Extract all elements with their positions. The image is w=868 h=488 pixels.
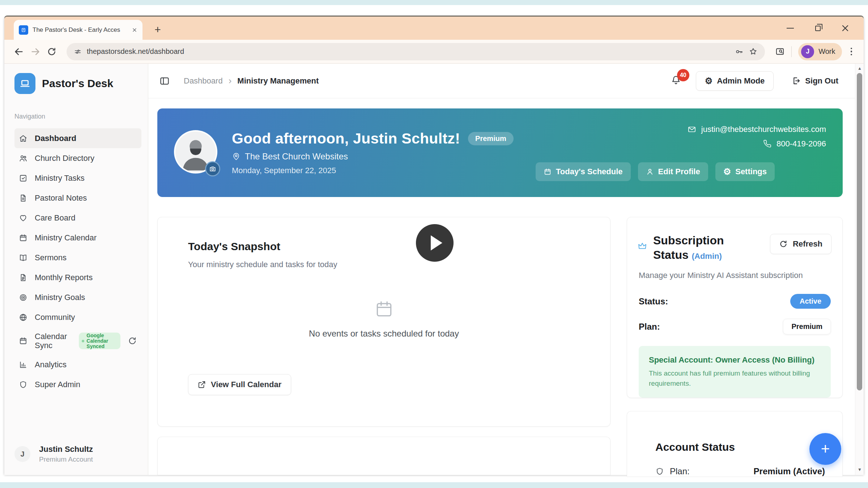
new-tab-button[interactable]: + [150, 22, 165, 37]
sidebar: Pastor's Desk Navigation Dashboard Churc… [4, 64, 148, 475]
sidebar-item-pastoral-notes[interactable]: Pastoral Notes [14, 188, 141, 208]
sidebar-item-label: Sermons [35, 253, 67, 262]
sidebar-item-care-board[interactable]: Care Board [14, 208, 141, 228]
check-square-icon [19, 174, 27, 183]
settings-label: Settings [735, 167, 767, 176]
todays-schedule-button[interactable]: Today's Schedule [536, 162, 631, 181]
user-email: justin@thebestchurchwebsites.com [701, 125, 826, 134]
right-column: Subscription Status (Admin) Refresh Mana… [627, 217, 843, 475]
notifications-button[interactable]: 40 [671, 75, 683, 87]
close-button[interactable] [840, 23, 851, 34]
gear-icon: ⚙ [723, 167, 731, 176]
sidebar-toggle-icon[interactable] [159, 76, 170, 86]
account-plan-label: Plan: [670, 466, 690, 476]
sidebar-item-community[interactable]: Community [14, 307, 141, 327]
sidebar-user[interactable]: J Justin Schultz Premium Account [14, 445, 141, 466]
sync-refresh-icon[interactable] [128, 336, 137, 346]
greeting-title: Good afternoon, Justin Schultz! [232, 130, 460, 147]
search-panel-icon[interactable] [775, 47, 785, 56]
minimize-button[interactable] [785, 23, 796, 34]
sidebar-item-label: Pastoral Notes [35, 193, 87, 203]
account-plan-row: Plan: Premium (Active) [655, 466, 826, 476]
next-section-card [157, 437, 610, 475]
view-full-calendar-button[interactable]: View Full Calendar [188, 374, 291, 395]
sidebar-item-monthly-reports[interactable]: Monthly Reports [14, 267, 141, 287]
window-controls [785, 21, 851, 35]
sidebar-item-ministry-tasks[interactable]: Ministry Tasks [14, 168, 141, 188]
maximize-button[interactable] [812, 23, 823, 34]
calendar-synced-badge: Google Calendar Synced [79, 333, 120, 349]
browser-profile-button[interactable]: J Work [798, 43, 842, 60]
dashboard-content: Good afternoon, Justin Schultz! Premium … [148, 98, 855, 475]
notice-body: This account has full premium features w… [649, 368, 821, 388]
heart-icon [19, 214, 27, 222]
video-play-button[interactable] [416, 224, 454, 262]
profile-photo-wrap[interactable] [174, 130, 220, 176]
todays-schedule-label: Today's Schedule [556, 167, 623, 176]
sidebar-item-ministry-goals[interactable]: Ministry Goals [14, 287, 141, 307]
app-scrollbar[interactable]: ▲ ▼ [855, 64, 864, 475]
sidebar-item-analytics[interactable]: Analytics [14, 355, 141, 374]
breadcrumb-separator-icon: › [229, 75, 232, 86]
browser-menu-icon[interactable] [848, 48, 855, 56]
browser-titlebar: The Pastor's Desk - Early Acces + [4, 17, 864, 40]
site-settings-icon[interactable] [74, 48, 82, 56]
scroll-down-icon[interactable]: ▼ [855, 467, 864, 472]
bookmark-star-icon[interactable] [749, 47, 758, 56]
tab-close-icon[interactable] [132, 27, 137, 33]
sidebar-item-ministry-calendar[interactable]: Ministry Calendar [14, 228, 141, 248]
email-row: justin@thebestchurchwebsites.com [688, 125, 826, 134]
premium-badge: Premium [468, 132, 514, 145]
camera-icon[interactable] [205, 161, 220, 176]
location-pin-icon [232, 152, 241, 161]
sidebar-item-dashboard[interactable]: Dashboard [14, 128, 141, 148]
password-key-icon[interactable] [735, 47, 744, 56]
profile-avatar: J [801, 45, 814, 58]
cards-row: Today's Snapshot Your ministry schedule … [157, 217, 843, 475]
welcome-left: Good afternoon, Justin Schultz! Premium … [174, 130, 514, 176]
breadcrumb-root[interactable]: Dashboard [184, 76, 223, 86]
browser-tab[interactable]: The Pastor's Desk - Early Acces [14, 20, 142, 40]
sidebar-item-super-admin[interactable]: Super Admin [14, 374, 141, 394]
edit-profile-button[interactable]: Edit Profile [638, 162, 708, 181]
forward-icon[interactable] [30, 47, 41, 57]
app-logo[interactable]: Pastor's Desk [14, 73, 141, 94]
bar-chart-icon [19, 360, 27, 369]
main-area: Dashboard › Ministry Management 40 ⚙ Adm… [148, 64, 855, 475]
status-row: Status: Active [639, 294, 831, 309]
sidebar-item-sermons[interactable]: Sermons [14, 248, 141, 267]
laptop-logo-icon [14, 73, 35, 94]
sync-badge-text: Google Calendar Synced [86, 333, 118, 349]
reload-icon[interactable] [47, 47, 56, 56]
nav-list: Dashboard Church Directory Ministry Task… [14, 128, 141, 394]
back-icon[interactable] [14, 47, 24, 57]
sidebar-item-church-directory[interactable]: Church Directory [14, 148, 141, 168]
status-active-badge: Active [790, 294, 831, 309]
target-icon [19, 293, 27, 302]
report-icon [19, 273, 27, 282]
external-link-icon [198, 381, 206, 389]
refresh-icon [779, 240, 788, 248]
breadcrumb-current: Ministry Management [237, 76, 319, 86]
notification-count-badge: 40 [677, 69, 689, 81]
admin-mode-button[interactable]: ⚙ Admin Mode [696, 71, 774, 91]
url-text[interactable]: thepastorsdesk.net/dashboard [87, 47, 730, 56]
scroll-up-icon[interactable]: ▲ [855, 66, 864, 71]
sidebar-item-label: Ministry Tasks [35, 174, 85, 183]
refresh-button[interactable]: Refresh [770, 234, 831, 254]
sign-out-icon [792, 76, 801, 85]
calendar-icon [19, 234, 27, 242]
add-fab-button[interactable]: + [809, 433, 841, 465]
left-column: Today's Snapshot Your ministry schedule … [157, 217, 610, 475]
shield-icon [655, 467, 664, 476]
address-bar[interactable]: thepastorsdesk.net/dashboard [67, 43, 765, 60]
sidebar-item-calendar-sync[interactable]: Calendar Sync Google Calendar Synced [14, 327, 141, 355]
sign-out-button[interactable]: Sign Out [787, 71, 843, 91]
file-text-icon [19, 194, 27, 202]
settings-button[interactable]: ⚙ Settings [715, 162, 775, 181]
user-phone: 800-419-2096 [776, 139, 826, 149]
sign-out-label: Sign Out [805, 76, 838, 86]
scrollbar-thumb[interactable] [857, 73, 862, 390]
account-status-title: Account Status [655, 441, 826, 453]
subscription-status-card: Subscription Status (Admin) Refresh Mana… [627, 217, 843, 398]
